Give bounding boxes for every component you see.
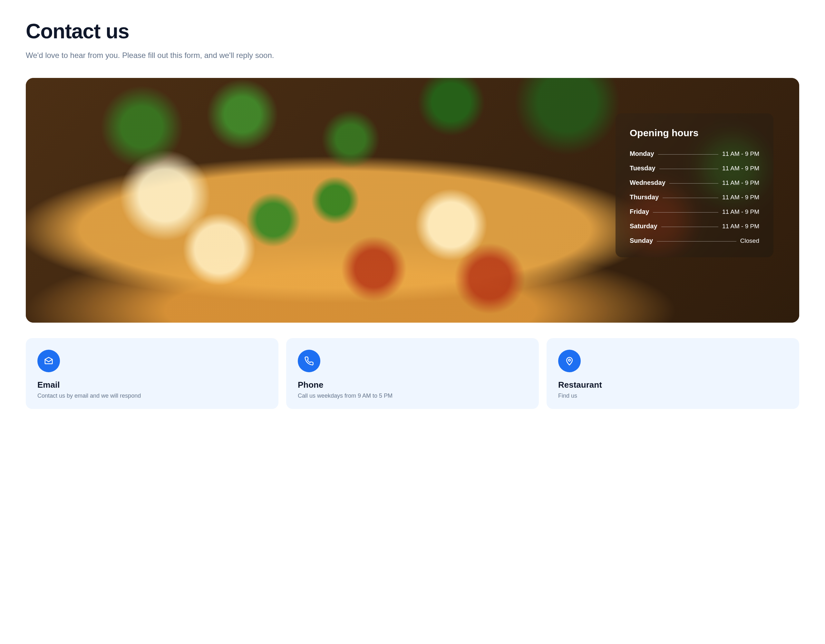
contact-card-phone[interactable]: Phone Call us weekdays from 9 AM to 5 PM bbox=[286, 338, 539, 409]
phone-icon bbox=[298, 350, 320, 372]
contact-card-title: Restaurant bbox=[558, 380, 788, 390]
hero-image: Opening hours Monday 11 AM - 9 PM Tuesda… bbox=[26, 78, 799, 323]
hours-separator bbox=[663, 198, 718, 198]
hours-row: Sunday Closed bbox=[630, 237, 759, 244]
hours-row: Saturday 11 AM - 9 PM bbox=[630, 222, 759, 230]
opening-hours-title: Opening hours bbox=[630, 128, 759, 139]
hours-day: Friday bbox=[630, 208, 649, 216]
opening-hours-list: Monday 11 AM - 9 PM Tuesday 11 AM - 9 PM… bbox=[630, 150, 759, 244]
contact-cards-row: Email Contact us by email and we will re… bbox=[26, 338, 799, 409]
contact-card-subtitle: Contact us by email and we will respond bbox=[37, 393, 267, 399]
hours-row: Tuesday 11 AM - 9 PM bbox=[630, 165, 759, 172]
hours-day: Thursday bbox=[630, 194, 659, 201]
hours-day: Sunday bbox=[630, 237, 653, 244]
page-title: Contact us bbox=[26, 19, 799, 43]
contact-card-subtitle: Find us bbox=[558, 393, 788, 399]
svg-point-0 bbox=[569, 359, 570, 361]
hours-time: 11 AM - 9 PM bbox=[722, 194, 759, 201]
hours-day: Saturday bbox=[630, 222, 657, 230]
opening-hours-card: Opening hours Monday 11 AM - 9 PM Tuesda… bbox=[615, 113, 774, 257]
contact-card-restaurant[interactable]: Restaurant Find us bbox=[547, 338, 799, 409]
contact-card-subtitle: Call us weekdays from 9 AM to 5 PM bbox=[298, 393, 527, 399]
hours-row: Wednesday 11 AM - 9 PM bbox=[630, 179, 759, 186]
hours-row: Thursday 11 AM - 9 PM bbox=[630, 194, 759, 201]
hours-day: Tuesday bbox=[630, 165, 655, 172]
hours-separator bbox=[659, 169, 718, 169]
hours-row: Friday 11 AM - 9 PM bbox=[630, 208, 759, 216]
hours-time: 11 AM - 9 PM bbox=[722, 179, 759, 186]
contact-card-title: Email bbox=[37, 380, 267, 390]
hours-day: Wednesday bbox=[630, 179, 666, 186]
hours-time: 11 AM - 9 PM bbox=[722, 223, 759, 230]
hours-time: 11 AM - 9 PM bbox=[722, 150, 759, 157]
pin-icon bbox=[558, 350, 581, 372]
hours-time: Closed bbox=[740, 237, 759, 244]
hours-time: 11 AM - 9 PM bbox=[722, 165, 759, 172]
hours-separator bbox=[653, 212, 718, 213]
hours-row: Monday 11 AM - 9 PM bbox=[630, 150, 759, 157]
mail-icon bbox=[37, 350, 60, 372]
hours-separator bbox=[657, 241, 736, 242]
contact-card-email[interactable]: Email Contact us by email and we will re… bbox=[26, 338, 278, 409]
hours-separator bbox=[669, 183, 718, 183]
hours-day: Monday bbox=[630, 150, 654, 157]
hours-time: 11 AM - 9 PM bbox=[722, 208, 759, 216]
contact-card-title: Phone bbox=[298, 380, 527, 390]
page-subtitle: We'd love to hear from you. Please fill … bbox=[26, 51, 799, 60]
